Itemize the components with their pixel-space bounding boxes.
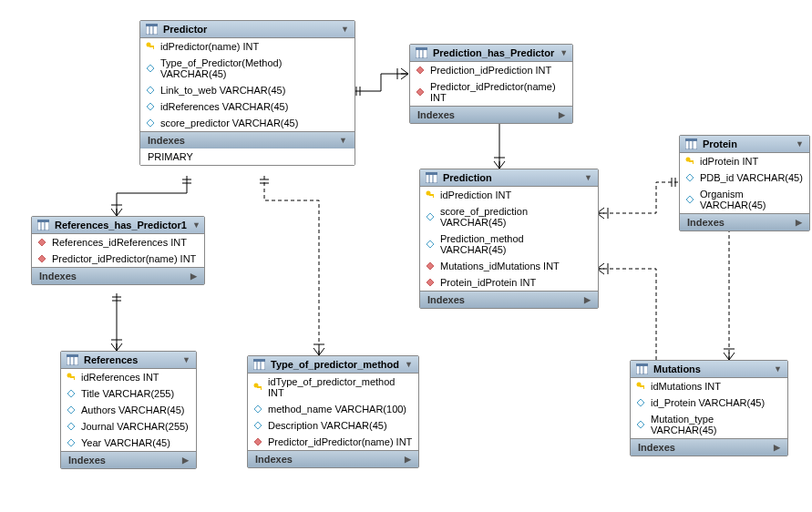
chevron-right-icon: ▶ [559,110,565,119]
column-row[interactable]: References_idReferences INT [32,234,204,251]
svg-rect-60 [261,387,262,390]
table-icon [426,172,437,183]
entity-prediction-has-predictor[interactable]: Prediction_has_Predictor ▼ Prediction_id… [409,44,573,124]
column-row[interactable]: idPrediction INT [420,187,598,203]
entity-header[interactable]: Type_of_predictor_method ▼ [248,356,418,374]
entity-type-of-predictor-method[interactable]: Type_of_predictor_method ▼ idType_of_pre… [247,355,419,468]
column-row[interactable]: Description VARCHAR(45) [248,417,418,434]
indexes-bar[interactable]: Indexes▼ [140,131,355,148]
chevron-right-icon: ▶ [405,455,411,464]
indexes-bar[interactable]: Indexes▶ [32,267,204,284]
column-row[interactable]: Title VARCHAR(255) [61,385,196,402]
column-row[interactable]: Predictor_idPredictor(name) INT [32,251,204,267]
indexes-bar[interactable]: Indexes▶ [631,438,787,456]
column-text: Prediction_idPrediction INT [430,65,551,76]
entity-header[interactable]: Prediction_has_Predictor ▼ [410,45,572,62]
entity-title: Mutations [653,364,768,374]
rel-predictor-rhp [111,176,191,216]
entity-mutations[interactable]: Mutations ▼ idMutations INT id_Protein V… [630,360,788,456]
column-row[interactable]: idType_of_predictor_method INT [248,374,418,401]
chevron-right-icon: ▶ [182,456,189,465]
diamond-open-icon [67,389,76,398]
entity-header[interactable]: References ▼ [61,352,196,369]
column-row[interactable]: Protein_idProtein INT [420,274,598,291]
diamond-open-icon [146,64,155,73]
column-row[interactable]: Link_to_web VARCHAR(45) [140,82,355,98]
column-row[interactable]: idReferences INT [61,369,196,385]
column-text: PDB_id VARCHAR(45) [700,172,803,183]
table-icon [685,138,697,149]
column-text: method_name VARCHAR(100) [268,404,406,415]
column-text: idType_of_predictor_method INT [268,376,413,398]
column-row[interactable]: method_name VARCHAR(100) [248,401,418,417]
column-row[interactable]: idPredictor(name) INT [140,38,355,55]
diamond-fill-icon [426,261,435,271]
entity-predictor[interactable]: Predictor ▼ idPredictor(name) INT Type_o… [139,20,355,166]
svg-marker-40 [427,241,434,248]
diamond-open-icon [253,421,262,430]
svg-rect-23 [693,161,694,164]
entity-header[interactable]: Prediction ▼ [420,169,598,187]
key-icon [426,190,435,200]
indexes-label: Indexes [68,455,106,466]
column-row[interactable]: Organism VARCHAR(45) [680,186,809,213]
svg-rect-27 [37,220,49,222]
column-row[interactable]: Predictor_idPredictor(name) INT [248,434,418,450]
index-row[interactable]: PRIMARY [140,148,355,165]
column-row[interactable]: Prediction_method VARCHAR(45) [420,230,598,258]
column-text: Type_of_Predictor(Method) VARCHAR(45) [160,57,349,79]
indexes-bar[interactable]: Indexes▶ [61,451,196,468]
entity-references[interactable]: References ▼ idReferences INT Title VARC… [60,351,197,469]
entity-prediction[interactable]: Prediction ▼ idPrediction INT score_of_p… [419,169,599,309]
indexes-bar[interactable]: Indexes▶ [420,291,598,308]
column-row[interactable]: PDB_id VARCHAR(45) [680,169,809,186]
column-list: idMutations INT id_Protein VARCHAR(45) M… [631,378,787,438]
column-text: Protein_idProtein INT [440,277,536,288]
column-row[interactable]: Mutations_idMutations INT [420,258,598,274]
diamond-open-icon [67,438,76,447]
column-row[interactable]: id_Protein VARCHAR(45) [631,394,787,411]
column-text: score_of_prediction VARCHAR(45) [440,206,592,228]
entity-header[interactable]: Protein ▼ [680,136,809,153]
column-text: Organism VARCHAR(45) [700,189,804,210]
entity-header[interactable]: Mutations ▼ [631,361,787,378]
rel-prediction-protein [597,178,679,219]
chevron-down-icon: ▼ [341,25,349,34]
entity-protein[interactable]: Protein ▼ idProtein INT PDB_id VARCHAR(4… [679,135,810,231]
column-text: Predictor_idPredictor(name) INT [430,81,567,103]
column-row[interactable]: Journal VARCHAR(255) [61,418,196,435]
svg-marker-15 [416,67,424,74]
column-row[interactable]: Predictor_idPredictor(name) INT [410,78,572,106]
column-text: Mutations_idMutations INT [440,261,560,271]
entity-header[interactable]: Predictor ▼ [140,21,355,38]
column-row[interactable]: idMutations INT [631,378,787,394]
column-text: Title VARCHAR(255) [81,388,174,399]
column-row[interactable]: score_predictor VARCHAR(45) [140,115,355,131]
column-row[interactable]: idProtein INT [680,153,809,169]
chevron-right-icon: ▶ [190,271,197,281]
svg-rect-44 [67,354,78,357]
svg-marker-24 [686,174,694,181]
column-row[interactable]: Authors VARCHAR(45) [61,402,196,418]
indexes-bar[interactable]: Indexes▶ [410,106,572,123]
column-row[interactable]: Prediction_idPrediction INT [410,62,572,78]
column-row[interactable]: Type_of_Predictor(Method) VARCHAR(45) [140,55,355,82]
column-row[interactable]: score_of_prediction VARCHAR(45) [420,203,598,230]
entity-title: Predictor [163,24,335,35]
diamond-open-icon [67,422,76,431]
indexes-bar[interactable]: Indexes▶ [248,450,418,467]
entity-header[interactable]: References_has_Predictor1 ▼ [32,217,204,234]
column-row[interactable]: Mutation_type VARCHAR(45) [631,411,787,438]
column-text: id_Protein VARCHAR(45) [651,397,765,408]
indexes-bar[interactable]: Indexes▶ [680,213,809,230]
chevron-down-icon: ▼ [182,355,190,364]
svg-marker-25 [686,196,694,203]
entity-references-has-predictor1[interactable]: References_has_Predictor1 ▼ References_i… [31,216,205,285]
column-list: References_idReferences INT Predictor_id… [32,234,204,267]
diamond-fill-icon [416,66,425,75]
column-row[interactable]: Year VARCHAR(45) [61,435,196,451]
indexes-label: Indexes [255,454,293,465]
diamond-open-icon [426,240,435,249]
chevron-down-icon: ▼ [339,136,347,145]
column-row[interactable]: idReferences VARCHAR(45) [140,98,355,115]
